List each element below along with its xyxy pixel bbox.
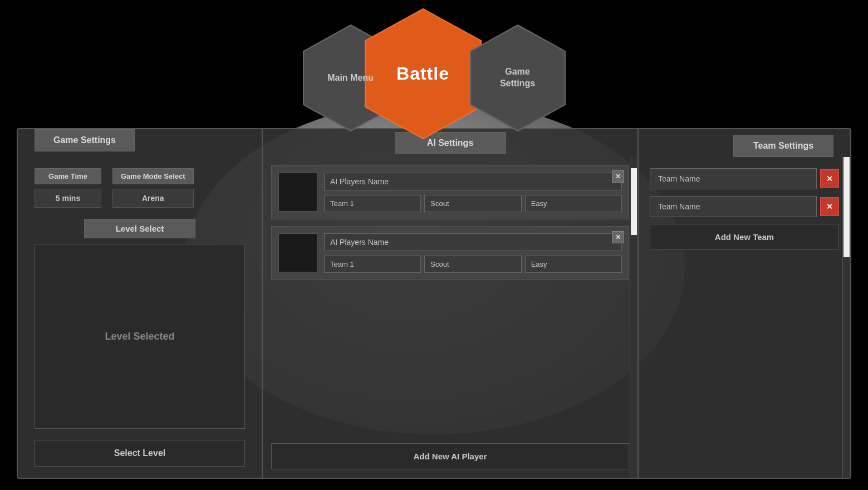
ai-card-2-inner: Team 1 Scout Easy — [278, 233, 622, 273]
ai-card-2-close-button[interactable]: ✕ — [612, 231, 624, 243]
ai-name-input-1[interactable] — [324, 173, 622, 190]
game-settings-nav[interactable]: Game Settings — [468, 22, 568, 134]
team-2-row: ✕ — [650, 196, 839, 217]
level-select-title: Level Select — [84, 219, 195, 238]
add-ai-player-button[interactable]: Add New AI Player — [271, 443, 629, 469]
team-settings-tab[interactable]: Team Settings — [733, 135, 833, 157]
ai-card-2-fields: Team 1 Scout Easy — [324, 233, 622, 273]
ai-dropdowns-1: Team 1 Scout Easy — [324, 195, 622, 212]
ai-scrollbar[interactable] — [630, 157, 637, 478]
team-2-name-input[interactable] — [650, 196, 817, 217]
ai-avatar-2 — [278, 233, 317, 272]
left-panel: Game Settings Game Time 5 mins Game Mode… — [18, 129, 263, 478]
game-mode-value[interactable]: Arena — [112, 189, 194, 208]
ai-dropdowns-2: Team 1 Scout Easy — [324, 256, 622, 273]
ai-scrollbar-thumb[interactable] — [631, 168, 637, 235]
select-level-button[interactable]: Select Level — [35, 440, 245, 467]
team-2-close-button[interactable]: ✕ — [820, 197, 839, 216]
team-1-row: ✕ — [650, 168, 839, 189]
right-scrollbar-thumb[interactable] — [844, 157, 850, 257]
level-preview: Level Selected — [35, 244, 245, 429]
right-panel: Team Settings ✕ ✕ Add New Team — [639, 129, 850, 478]
game-mode-group: Game Mode Select Arena — [112, 168, 194, 208]
game-time-group: Game Time 5 mins — [35, 168, 101, 208]
game-time-value[interactable]: 5 mins — [35, 189, 101, 208]
middle-panel: AI Settings ✕ Team 1 Scout Easy — [263, 129, 639, 478]
ai-card-1-inner: Team 1 Scout Easy — [278, 173, 622, 212]
ai-role-dropdown-1[interactable]: Scout — [424, 195, 521, 212]
game-mode-label: Game Mode Select — [112, 168, 194, 184]
ai-player-card-1: ✕ Team 1 Scout Easy — [271, 165, 629, 219]
team-1-close-button[interactable]: ✕ — [820, 169, 839, 188]
ai-name-input-2[interactable] — [324, 233, 622, 251]
ai-content: ✕ Team 1 Scout Easy ✕ — [263, 157, 637, 478]
level-selected-text: Level Selected — [105, 331, 174, 342]
main-panel: Game Settings Game Time 5 mins Game Mode… — [17, 128, 851, 479]
add-team-button[interactable]: Add New Team — [650, 224, 839, 250]
ai-difficulty-dropdown-2[interactable]: Easy — [525, 256, 622, 273]
game-time-label: Game Time — [35, 168, 101, 184]
battle-nav[interactable]: Battle — [362, 6, 484, 142]
ai-team-dropdown-2[interactable]: Team 1 — [324, 256, 421, 273]
settings-row: Game Time 5 mins Game Mode Select Arena — [35, 168, 245, 208]
left-content: Game Time 5 mins Game Mode Select Arena … — [18, 157, 262, 478]
ai-avatar-1 — [278, 173, 317, 212]
ai-player-card-2: ✕ Team 1 Scout Easy — [271, 226, 629, 280]
right-scrollbar[interactable] — [842, 157, 850, 478]
ai-difficulty-dropdown-1[interactable]: Easy — [525, 195, 622, 212]
ai-team-dropdown-1[interactable]: Team 1 — [324, 195, 421, 212]
game-settings-tab[interactable]: Game Settings — [35, 129, 135, 151]
ai-card-1-fields: Team 1 Scout Easy — [324, 173, 622, 212]
level-select-section: Level Select Level Selected Select Level — [35, 219, 245, 467]
right-content: ✕ ✕ Add New Team — [639, 157, 850, 478]
hex-navigation: Main Menu Battle Game Settings — [0, 0, 868, 128]
ai-card-1-close-button[interactable]: ✕ — [612, 170, 624, 183]
ai-role-dropdown-2[interactable]: Scout — [424, 256, 521, 273]
team-1-name-input[interactable] — [650, 168, 817, 189]
